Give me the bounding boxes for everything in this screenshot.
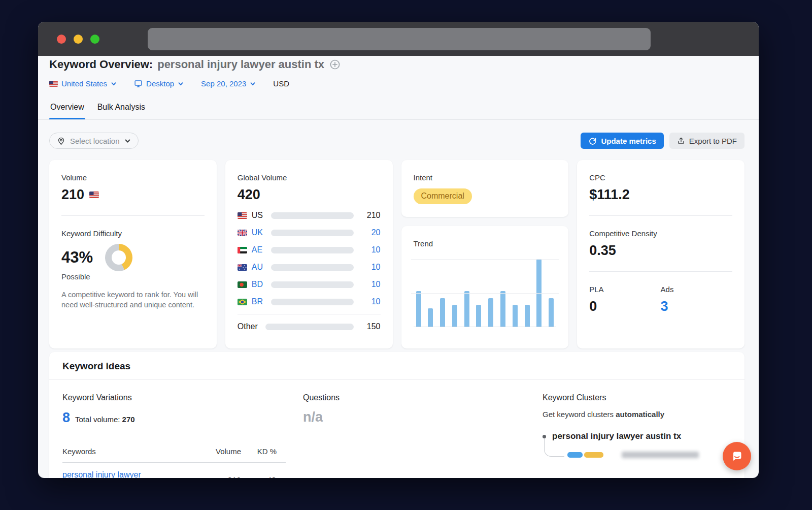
global-volume-value: 420: [238, 187, 260, 203]
select-location-dropdown[interactable]: Select location: [49, 133, 139, 149]
difficulty-level: Possible: [61, 272, 205, 281]
ads-value[interactable]: 3: [661, 299, 668, 314]
uk-flag-icon: [238, 230, 247, 236]
cluster-bar-yellow: [584, 452, 603, 458]
country-volume[interactable]: 10: [358, 263, 381, 272]
trend-chart: [414, 259, 557, 327]
tabs: Overview Bulk Analysis: [49, 103, 745, 119]
country-code[interactable]: UK: [252, 228, 266, 237]
page-title-keyword: personal injury lawyer austin tx: [157, 58, 324, 71]
country-volume[interactable]: 10: [358, 280, 381, 289]
add-keyword-icon[interactable]: [329, 59, 341, 70]
chat-widget-button[interactable]: [723, 442, 751, 470]
update-metrics-label: Update metrics: [601, 137, 656, 145]
variations-total: Total volume: 270: [75, 415, 135, 424]
cluster-root-node: personal injury lawyer austin tx: [543, 431, 731, 441]
trend-label: Trend: [414, 239, 557, 248]
intent-label: Intent: [414, 173, 557, 182]
country-volume[interactable]: 10: [358, 297, 381, 306]
tab-overview[interactable]: Overview: [49, 103, 85, 119]
country-volume[interactable]: 10: [358, 245, 381, 254]
volume-bar: [271, 212, 354, 219]
keyword-clusters-column: Keyword Clusters Get keyword clusters au…: [543, 393, 731, 478]
global-volume-rows: US 210 UK 20 AE: [238, 207, 381, 335]
global-volume-card: Global Volume 420 US 210 UK: [225, 160, 393, 348]
cluster-root-keyword: personal injury lawyer austin tx: [552, 431, 681, 441]
close-window-button[interactable]: [57, 35, 66, 44]
country-filter-label: United States: [61, 79, 107, 88]
clusters-hint: Get keyword clusters automatically: [543, 410, 731, 419]
branch-connector-line: [544, 438, 564, 457]
country-code[interactable]: BR: [252, 297, 266, 306]
volume-difficulty-card: Volume 210 Keyword Difficulty 43% Possib…: [49, 160, 217, 348]
currency-label: USD: [273, 79, 289, 88]
global-volume-row-bd: BD 10: [238, 276, 381, 293]
update-metrics-button[interactable]: Update metrics: [581, 133, 663, 149]
trend-bar: [488, 298, 493, 327]
tab-bulk-analysis[interactable]: Bulk Analysis: [96, 103, 146, 119]
column-header-volume: Volume: [200, 447, 241, 456]
metrics-cards: Volume 210 Keyword Difficulty 43% Possib…: [49, 160, 745, 341]
volume-bar: [271, 264, 354, 271]
intent-trend-column: Intent Commercial Trend: [401, 160, 569, 348]
global-volume-row-uk: UK 20: [238, 224, 381, 241]
page-title-label: Keyword Overview:: [49, 58, 153, 71]
country-code[interactable]: AE: [252, 245, 266, 254]
volume-bar: [265, 324, 354, 330]
country-volume[interactable]: 20: [358, 228, 381, 237]
difficulty-description: A competitive keyword to rank for. You w…: [61, 290, 205, 310]
global-volume-row-other: Other 150: [238, 318, 381, 335]
trend-bar: [549, 298, 554, 327]
currency-indicator: USD: [273, 79, 289, 88]
blurred-cluster-keyword: [622, 452, 699, 458]
minimize-window-button[interactable]: [74, 35, 83, 44]
device-filter-label: Desktop: [146, 79, 174, 88]
export-to-pdf-button[interactable]: Export to PDF: [669, 133, 745, 149]
keyword-ideas-card: Keyword ideas Keyword Variations 8 Total…: [49, 352, 745, 478]
fullscreen-window-button[interactable]: [90, 35, 99, 44]
cpc-label: CPC: [589, 173, 732, 182]
browser-titlebar: [38, 22, 759, 56]
cluster-branch: [544, 441, 731, 462]
keyword-volume: 210: [200, 470, 241, 478]
questions-column: Questions n/a: [303, 393, 543, 478]
chevron-down-icon: [250, 81, 256, 87]
date-filter[interactable]: Sep 20, 2023: [201, 79, 256, 88]
keyword-kd: 43: [241, 470, 286, 478]
trend-bar: [464, 291, 469, 327]
trend-bar: [476, 305, 481, 327]
pla-value: 0: [589, 299, 597, 314]
filters-row: United States Desktop Sep 20, 2023 USD: [49, 79, 745, 88]
keywords-table: Keywords Volume KD % personal injury law…: [62, 447, 286, 478]
global-volume-row-au: AU 10: [238, 259, 381, 276]
country-code[interactable]: BD: [252, 280, 266, 289]
toolbar: Select location Update metrics Export to…: [49, 133, 745, 149]
au-flag-icon: [238, 264, 247, 271]
keyword-variations-column: Keyword Variations 8 Total volume: 270 K…: [62, 393, 303, 478]
global-volume-row-br: BR 10: [238, 293, 381, 310]
volume-value: 210: [61, 187, 84, 203]
trend-bar: [440, 298, 445, 327]
table-row: personal injury lawyer 210 43: [62, 463, 286, 478]
chat-bubble-icon: [729, 449, 745, 464]
ae-flag-icon: [238, 247, 247, 253]
country-code[interactable]: AU: [252, 263, 266, 272]
us-flag-icon: [89, 192, 99, 198]
country-filter[interactable]: United States: [49, 79, 117, 88]
keyword-link[interactable]: personal injury lawyer: [62, 470, 200, 478]
address-bar[interactable]: [148, 28, 651, 50]
questions-label: Questions: [303, 393, 543, 402]
volume-bar: [271, 299, 354, 305]
competitive-density-label: Competitive Density: [589, 229, 732, 238]
pla-block: PLA 0: [589, 285, 603, 314]
refresh-icon: [588, 137, 597, 145]
browser-window: Keyword Overview:personal injury lawyer …: [38, 22, 759, 478]
volume-bar: [271, 230, 354, 236]
intent-card: Intent Commercial: [401, 160, 569, 217]
volume-bar: [271, 281, 354, 288]
country-volume: 210: [358, 211, 381, 220]
cluster-bullet-icon: [543, 435, 546, 438]
device-filter[interactable]: Desktop: [134, 79, 184, 88]
us-flag-icon: [49, 81, 58, 87]
cluster-bar-blue: [567, 452, 583, 458]
